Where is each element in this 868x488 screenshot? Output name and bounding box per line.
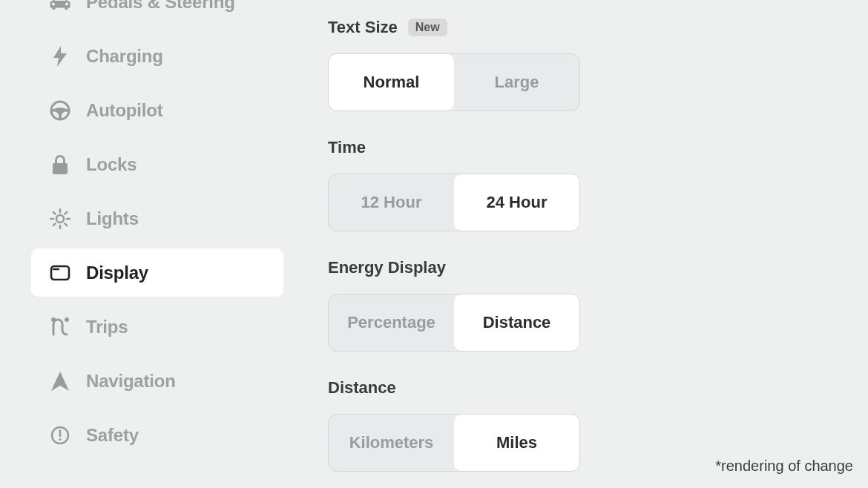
setting-title: Distance xyxy=(328,378,396,398)
sidebar-item-label: Safety xyxy=(86,425,139,446)
distance-segmented-control: Kilometers Miles xyxy=(328,414,580,472)
sidebar-item-label: Navigation xyxy=(86,371,176,392)
sidebar-item-label: Lights xyxy=(86,208,139,229)
alert-circle-icon xyxy=(49,424,71,446)
sidebar-item-locks[interactable]: Locks xyxy=(31,140,283,188)
sidebar-item-navigation[interactable]: Navigation xyxy=(31,357,283,405)
svg-point-16 xyxy=(59,438,61,440)
sidebar-item-label: Autopilot xyxy=(86,100,163,121)
distance-option-miles[interactable]: Miles xyxy=(454,415,579,471)
distance-option-kilometers[interactable]: Kilometers xyxy=(329,415,454,471)
sidebar-item-display[interactable]: Display xyxy=(31,248,283,297)
steering-wheel-icon xyxy=(49,99,71,122)
time-option-24hour[interactable]: 24 Hour xyxy=(454,174,579,231)
route-icon xyxy=(49,316,71,338)
svg-line-8 xyxy=(53,223,56,225)
car-icon xyxy=(49,0,71,13)
text-size-segmented-control: Normal Large xyxy=(328,53,580,111)
lock-icon xyxy=(49,154,71,176)
sidebar-item-label: Display xyxy=(86,263,148,283)
setting-title-row: Energy Display xyxy=(328,258,773,277)
setting-title-row: Text Size New xyxy=(328,18,773,37)
new-badge: New xyxy=(408,19,447,36)
text-size-option-large[interactable]: Large xyxy=(454,54,579,111)
sidebar-item-safety[interactable]: Safety xyxy=(31,411,283,459)
svg-point-12 xyxy=(51,317,56,322)
sidebar-item-label: Locks xyxy=(86,154,137,175)
energy-option-distance[interactable]: Distance xyxy=(454,294,579,351)
sidebar-item-trips[interactable]: Trips xyxy=(31,303,283,351)
time-segmented-control: 12 Hour 24 Hour xyxy=(328,174,580,231)
sidebar-item-charging[interactable]: Charging xyxy=(31,32,283,80)
energy-segmented-control: Percentage Distance xyxy=(328,294,580,352)
time-option-12hour[interactable]: 12 Hour xyxy=(329,174,454,231)
display-icon xyxy=(49,262,71,284)
bolt-icon xyxy=(49,45,71,67)
energy-option-percentage[interactable]: Percentage xyxy=(329,294,454,351)
svg-line-6 xyxy=(53,211,56,214)
svg-point-13 xyxy=(65,317,69,322)
sidebar-item-autopilot[interactable]: Autopilot xyxy=(31,86,283,134)
setting-distance: Distance Kilometers Miles xyxy=(328,378,773,472)
footnote: *rendering of change xyxy=(715,458,853,475)
sidebar: Pedals & Steering Charging Autopilot Loc… xyxy=(31,0,283,465)
sidebar-item-label: Trips xyxy=(86,317,128,337)
text-size-option-normal[interactable]: Normal xyxy=(329,54,454,111)
setting-title: Text Size xyxy=(328,18,398,37)
svg-line-7 xyxy=(65,223,67,225)
svg-line-9 xyxy=(65,211,67,214)
svg-point-1 xyxy=(56,215,64,222)
navigation-arrow-icon xyxy=(49,370,71,392)
setting-time: Time 12 Hour 24 Hour xyxy=(328,138,773,231)
setting-title-row: Time xyxy=(328,138,773,157)
settings-panel: Text Size New Normal Large Time 12 Hour … xyxy=(328,18,773,488)
setting-title: Time xyxy=(328,138,366,157)
setting-text-size: Text Size New Normal Large xyxy=(328,18,773,111)
sidebar-item-pedals-steering[interactable]: Pedals & Steering xyxy=(31,0,283,26)
setting-energy-display: Energy Display Percentage Distance xyxy=(328,258,773,352)
setting-title-row: Distance xyxy=(328,378,773,398)
sun-icon xyxy=(49,208,71,230)
setting-title: Energy Display xyxy=(328,258,446,277)
sidebar-item-label: Charging xyxy=(86,46,163,67)
sidebar-item-lights[interactable]: Lights xyxy=(31,194,283,243)
sidebar-item-label: Pedals & Steering xyxy=(86,0,235,13)
